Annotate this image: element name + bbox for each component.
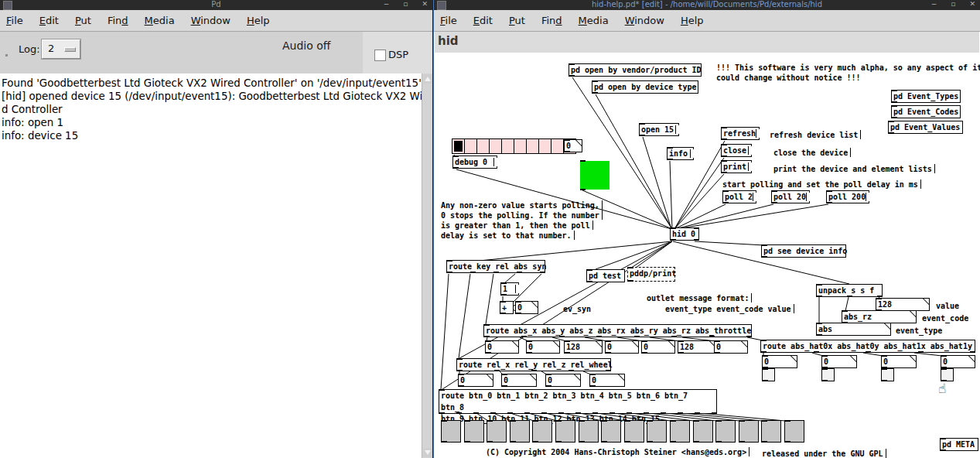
toggle-hat0y[interactable] [821,368,835,381]
inlet[interactable] [642,340,647,342]
menu-help[interactable]: Help [247,15,270,26]
outlet[interactable] [716,441,722,443]
outlet[interactable] [817,334,822,336]
hradio-cell-8[interactable] [551,139,564,153]
toggle-btn-12[interactable] [715,420,736,443]
hradio-cell-5[interactable] [514,139,527,153]
object-hid[interactable]: hid 0 [670,227,699,241]
number-hat0y[interactable]: 0 [821,355,857,368]
toggle-btn-0[interactable] [441,420,461,443]
toggle-hat0x[interactable] [762,368,775,381]
minimize-icon[interactable]: − [931,0,937,9]
outlet[interactable] [590,385,596,387]
outlet[interactable] [694,239,699,241]
msg-poll-20[interactable]: poll 20 [771,190,810,203]
symbol-event-type[interactable]: abs [816,323,891,336]
inlet[interactable] [501,282,507,284]
hradio-cell-0[interactable] [452,139,465,153]
outlet[interactable] [694,441,699,443]
subpatch-test[interactable]: pd test [586,269,625,282]
hradio-cell-2[interactable] [477,139,490,153]
inlet[interactable] [516,301,521,302]
toggle-btn-15[interactable] [784,420,804,443]
number-rel-y[interactable]: 0 [501,374,537,387]
menu-window[interactable]: Window [191,15,230,26]
inlet[interactable] [892,105,897,107]
inlet[interactable] [671,420,676,422]
menu-file[interactable]: File [440,15,457,26]
minimize-icon[interactable]: − [384,0,390,9]
outlet[interactable] [546,385,551,387]
outlet[interactable] [459,385,464,387]
inlet[interactable] [762,420,767,422]
symbol-event-code[interactable]: abs_rz [842,310,917,323]
outlet[interactable] [642,352,647,354]
dsp-checkbox[interactable] [374,50,386,61]
inlet[interactable] [502,374,507,375]
outlet[interactable] [877,296,883,297]
hradio-cell-6[interactable] [527,139,539,153]
number-hat1x[interactable]: 0 [881,355,917,368]
outlet[interactable] [439,412,445,414]
subpatch-event-types[interactable]: pd Event_Types [891,90,961,103]
inlet[interactable] [722,160,727,162]
toggle-btn-3[interactable] [510,420,530,443]
outlet[interactable] [602,441,607,443]
outlet[interactable] [739,441,745,443]
outlet[interactable] [540,272,545,273]
outlet[interactable] [524,412,530,414]
toggle-btn-13[interactable] [739,420,759,443]
outlet[interactable] [746,336,752,337]
number-abs-y[interactable]: 0 [526,340,560,354]
outlet[interactable] [556,441,562,443]
inlet[interactable] [527,340,532,342]
inlet[interactable] [587,269,592,271]
msg-info[interactable]: info [667,147,694,160]
outlet[interactable] [587,281,592,282]
msg-poll-200[interactable]: poll 200 [826,190,869,203]
inlet[interactable] [694,420,699,422]
menu-edit[interactable]: Edit [39,15,59,26]
toggle-btn-10[interactable] [670,420,690,443]
outlet[interactable] [521,336,527,337]
inlet[interactable] [580,160,586,162]
outlet[interactable] [671,239,676,241]
inlet[interactable] [882,368,887,370]
number-hat1y[interactable]: 0 [941,355,975,368]
maximize-icon[interactable]: ▫ [951,0,955,9]
outlet[interactable] [722,156,727,157]
msg-close[interactable]: close [721,144,752,157]
outlet[interactable] [606,370,611,371]
outlet[interactable] [502,385,507,387]
inlet[interactable] [484,324,490,326]
inlet[interactable] [941,368,947,370]
menu-window[interactable]: Window [625,15,664,26]
outlet[interactable] [500,313,506,314]
menu-put[interactable]: Put [509,15,525,26]
toggle-hat1y[interactable] [941,368,954,381]
scroll-down-icon[interactable] [423,448,432,457]
inlet[interactable] [640,123,645,125]
subpatch-event-values[interactable]: pd Event_Values [888,121,963,134]
hradio-cell-1[interactable] [465,139,477,153]
outlet[interactable] [442,441,447,443]
outlet[interactable] [510,441,516,443]
maximize-icon[interactable]: ▫ [403,0,408,9]
inlet[interactable] [722,144,727,145]
msg-debug[interactable]: debug 0 [452,156,497,169]
inlet[interactable] [715,340,720,342]
outlet[interactable] [671,336,677,337]
menu-edit[interactable]: Edit [473,15,493,26]
outlet[interactable] [941,449,946,451]
subpatch-meta[interactable]: pd META [940,438,978,451]
outlet[interactable] [486,352,491,354]
inlet[interactable] [889,121,894,122]
outlet[interactable] [678,412,683,414]
inlet[interactable] [628,267,633,268]
inlet[interactable] [882,355,887,357]
outlet[interactable] [569,75,575,77]
inlet[interactable] [510,420,516,422]
menu-put[interactable]: Put [75,15,91,26]
number-ev-syn[interactable]: 0 [515,301,538,314]
outlet[interactable] [579,441,585,443]
